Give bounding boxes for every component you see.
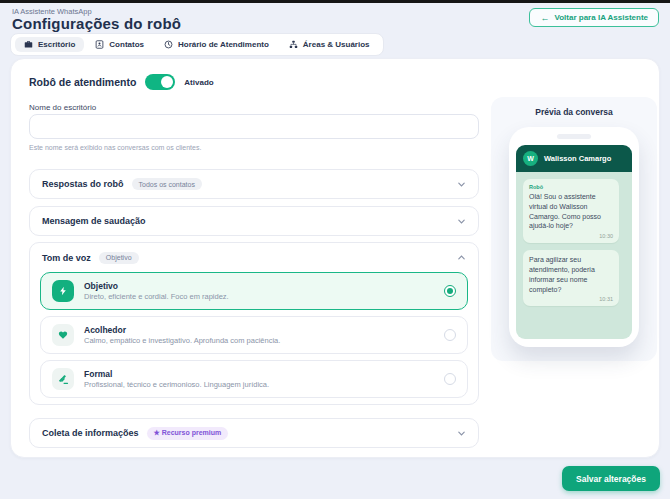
tab-areas-usuarios[interactable]: Áreas & Usuários (280, 37, 379, 52)
org-chart-icon (289, 40, 298, 49)
accordion-mensagem-de-saudacao[interactable]: Mensagem de saudação (29, 206, 479, 236)
gavel-icon (52, 368, 74, 390)
contact-card-icon (95, 40, 104, 49)
message-time: 10:30 (529, 233, 613, 239)
tab-horario-de-atendimento[interactable]: Horário de Atendimento (155, 37, 278, 52)
avatar: W (523, 151, 538, 166)
accordion-title: Tom de voz (42, 253, 91, 263)
settings-tabbar: Escritório Contatos Horário de Atendimen… (10, 33, 384, 56)
sender-label: Robô (529, 184, 613, 190)
phone-screen: W Walisson Camargo Robô Olá! Sou o assis… (516, 145, 632, 339)
tone-selected-badge: Objetivo (99, 252, 139, 264)
accordion-title: Respostas do robô (42, 179, 124, 189)
back-button-label: Voltar para IA Assistente (554, 13, 648, 22)
preview-title: Prévia da conversa (491, 97, 657, 117)
tone-option-title: Acolhedor (84, 325, 280, 335)
toggle-knob (161, 76, 173, 88)
accordion-respostas-do-robo[interactable]: Respostas do robô Todos os contatos (29, 169, 479, 199)
accordion-tom-de-voz: Tom de voz Objetivo Objetivo Direto, efi… (29, 242, 479, 405)
chevron-down-icon (457, 180, 466, 189)
tab-label: Contatos (109, 40, 144, 49)
chevron-down-icon (457, 217, 466, 226)
tone-option-formal[interactable]: Formal Profissional, técnico e cerimonio… (40, 360, 468, 398)
back-to-assistant-button[interactable]: ← Voltar para IA Assistente (529, 8, 659, 27)
office-name-helper: Este nome será exibido nas conversas com… (29, 144, 201, 151)
chevron-up-icon (457, 253, 466, 262)
chat-message: Robô Olá! Sou o assistente virtual do Wa… (523, 179, 619, 243)
tab-label: Horário de Atendimento (178, 40, 269, 49)
tone-option-objetivo[interactable]: Objetivo Direto, eficiente e cordial. Fo… (40, 272, 468, 310)
heart-icon (52, 324, 74, 346)
bot-enabled-toggle[interactable] (145, 74, 175, 90)
phone-mockup: W Walisson Camargo Robô Olá! Sou o assis… (509, 127, 639, 347)
message-text: Olá! Sou o assistente virtual do Walisso… (529, 192, 613, 231)
bolt-icon (52, 280, 74, 302)
tone-radio-formal[interactable] (444, 373, 456, 385)
arrow-left-icon: ← (540, 13, 549, 23)
briefcase-icon (24, 40, 33, 49)
tab-contatos[interactable]: Contatos (86, 37, 153, 52)
tone-option-title: Objetivo (84, 281, 229, 291)
tone-option-desc: Calmo, empático e investigativo. Aprofun… (84, 336, 280, 345)
bot-section-title: Robô de atendimento (29, 76, 136, 88)
tone-radio-acolhedor[interactable] (444, 329, 456, 341)
tab-label: Escritório (38, 40, 75, 49)
save-button[interactable]: Salvar alterações (562, 466, 660, 491)
message-text: Para agilizar seu atendimento, poderia i… (529, 255, 613, 294)
premium-badge: ★ Recurso premium (147, 427, 229, 440)
settings-card: Robô de atendimento Ativado Nome do escr… (10, 58, 660, 458)
conversation-preview-panel: Prévia da conversa W Walisson Camargo Ro… (491, 97, 657, 361)
chat-message: Para agilizar seu atendimento, poderia i… (523, 250, 619, 306)
page-title: Configurações do robô (12, 15, 181, 32)
contact-name: Walisson Camargo (544, 154, 611, 163)
tab-escritorio[interactable]: Escritório (15, 37, 84, 52)
tone-option-desc: Profissional, técnico e cerimonioso. Lin… (84, 380, 269, 389)
tone-option-title: Formal (84, 369, 269, 379)
tone-radio-objetivo[interactable] (444, 285, 456, 297)
tone-option-acolhedor[interactable]: Acolhedor Calmo, empático e investigativ… (40, 316, 468, 354)
bot-status-row: Robô de atendimento Ativado (29, 74, 214, 90)
accordion-title: Mensagem de saudação (42, 216, 146, 226)
tone-options: Objetivo Direto, eficiente e cordial. Fo… (30, 272, 478, 398)
browser-top-bar (0, 0, 670, 3)
chat-header: W Walisson Camargo (516, 145, 632, 172)
chevron-down-icon (457, 429, 466, 438)
chat-body: Robô Olá! Sou o assistente virtual do Wa… (516, 172, 632, 339)
accordion-coleta-de-informacoes[interactable]: Coleta de informações ★ Recurso premium (29, 418, 479, 448)
contacts-scope-badge: Todos os contatos (132, 178, 202, 190)
tab-label: Áreas & Usuários (303, 40, 370, 49)
accordion-title: Coleta de informações (42, 428, 139, 438)
tone-option-desc: Direto, eficiente e cordial. Foco em rap… (84, 292, 229, 301)
office-name-label: Nome do escritório (29, 103, 96, 112)
message-time: 10:31 (529, 296, 613, 302)
clock-icon (164, 40, 173, 49)
tone-accordion-header[interactable]: Tom de voz Objetivo (30, 243, 478, 272)
office-name-input[interactable] (29, 114, 479, 139)
bot-state-label: Ativado (184, 78, 213, 87)
phone-speaker (557, 134, 591, 139)
